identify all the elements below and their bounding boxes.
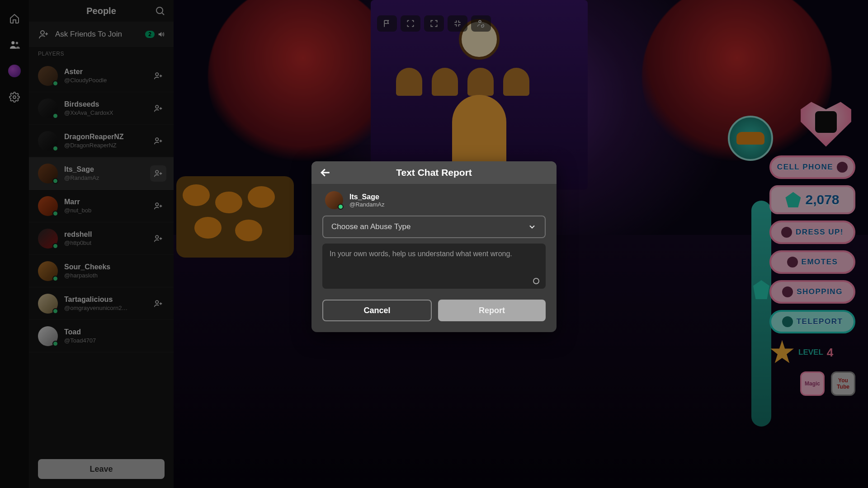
add-friend-icon <box>153 71 163 81</box>
player-row[interactable]: Tartagalicious @omgrayvenunicorn2… <box>29 287 174 320</box>
nav-settings[interactable] <box>7 89 22 105</box>
add-friend-button[interactable] <box>150 100 166 117</box>
hud-backstrip <box>751 201 771 427</box>
add-friend-icon <box>153 234 163 244</box>
add-friend-button[interactable] <box>150 133 166 149</box>
description-placeholder: In your own words, help us understand wh… <box>330 249 538 259</box>
player-list: Aster @CloudyPoodle Birdseeds @XxAva_Car… <box>29 60 174 450</box>
player-row[interactable]: Marr @nut_bob <box>29 190 174 222</box>
nav-game-icon[interactable] <box>7 63 22 79</box>
hud-dress-up[interactable]: DRESS UP! <box>769 221 855 244</box>
status-dot <box>52 178 58 184</box>
magic-label: Magic <box>805 380 820 387</box>
youtube-label-2: Tube <box>837 384 849 390</box>
car-button[interactable] <box>728 116 773 161</box>
mansion-door <box>452 95 506 172</box>
player-name: Birdseeds <box>64 100 144 108</box>
gear-icon <box>9 92 20 103</box>
player-row[interactable]: redshell @http0but <box>29 222 174 255</box>
player-handle: @nut_bob <box>64 207 144 214</box>
svg-point-6 <box>156 105 158 108</box>
util-report[interactable] <box>377 15 397 32</box>
people-panel: People Ask Friends To Join 2 PLAYERS Ast… <box>29 0 174 488</box>
hud-teleport[interactable]: TELEPORT <box>769 310 855 333</box>
player-row[interactable]: Its_Sage @RandamAz <box>29 157 174 190</box>
fullscreen-icon <box>429 19 439 28</box>
hud-emotes[interactable]: EMOTES <box>769 250 855 274</box>
add-friend-button[interactable] <box>150 68 166 84</box>
abuse-type-select[interactable]: Choose an Abuse Type <box>322 216 546 238</box>
heart-slot[interactable] <box>797 99 855 149</box>
hud-currency-counter[interactable]: 2,078 <box>769 185 855 214</box>
ask-friends-label: Ask Friends To Join <box>55 30 122 39</box>
hud-cell-phone[interactable]: CELL PHONE <box>769 155 855 179</box>
nav-rail <box>0 0 29 488</box>
status-dot <box>52 145 58 151</box>
player-handle: @DragonReaperNZ <box>64 142 144 149</box>
player-handle: @XxAva_CardoxX <box>64 109 144 116</box>
player-row[interactable]: Toad @Toad4707 <box>29 320 174 352</box>
avatar <box>38 196 58 216</box>
player-handle: @http0but <box>64 239 144 246</box>
hud-label: SHOPPING <box>797 287 843 296</box>
chevron-down-icon <box>528 222 537 231</box>
player-row[interactable]: Sour_Cheeks @harpasloth <box>29 255 174 287</box>
svg-point-7 <box>156 138 158 141</box>
status-dot <box>52 243 58 249</box>
util-fullscreen[interactable] <box>424 15 444 32</box>
hud-label: DRESS UP! <box>796 228 844 237</box>
add-friend-button[interactable] <box>150 296 166 312</box>
hud-level: LEVEL 4 <box>769 340 855 365</box>
mansion-window <box>503 68 529 96</box>
player-handle: @RandamAz <box>64 174 144 181</box>
player-row[interactable]: DragonReaperNZ @DragonReaperNZ <box>29 125 174 157</box>
game-icon <box>8 65 21 77</box>
tree-left <box>208 0 398 172</box>
people-search[interactable] <box>155 5 165 16</box>
youtube-label-1: You <box>838 377 848 384</box>
player-row[interactable]: Birdseeds @XxAva_CardoxX <box>29 92 174 125</box>
player-name: redshell <box>64 230 144 239</box>
nav-home[interactable] <box>7 11 22 26</box>
player-name: Toad <box>64 328 166 336</box>
add-friend-icon <box>153 169 163 178</box>
player-row[interactable]: Aster @CloudyPoodle <box>29 60 174 92</box>
report-target: Its_Sage @RandamAz <box>322 191 546 209</box>
avatar <box>38 229 58 249</box>
avatar <box>38 326 58 346</box>
report-button[interactable]: Report <box>438 300 546 321</box>
ask-friends-row[interactable]: Ask Friends To Join 2 <box>29 22 174 47</box>
cancel-button[interactable]: Cancel <box>322 300 432 321</box>
player-name: Its_Sage <box>64 165 144 174</box>
dress-icon <box>781 227 792 238</box>
modal-back-button[interactable] <box>319 166 332 179</box>
flag-icon <box>382 19 392 28</box>
hud-magic[interactable]: Magic <box>800 371 825 396</box>
report-description-input[interactable]: In your own words, help us understand wh… <box>322 244 546 289</box>
search-icon <box>155 5 165 16</box>
add-friend-icon <box>153 299 163 309</box>
ask-friends-count: 2 <box>145 31 155 38</box>
hud-shopping[interactable]: SHOPPING <box>769 280 855 304</box>
util-exit-fullscreen[interactable] <box>448 15 467 32</box>
hud-youtube[interactable]: You Tube <box>831 371 855 396</box>
player-name: Sour_Cheeks <box>64 263 166 271</box>
add-friend-button[interactable] <box>150 230 166 247</box>
nav-people[interactable] <box>7 37 22 52</box>
hud-label: EMOTES <box>802 258 838 267</box>
add-friend-button[interactable] <box>150 198 166 214</box>
hud-label: TELEPORT <box>797 317 843 326</box>
avatar <box>38 66 58 86</box>
status-dot <box>52 80 58 86</box>
screenshot-icon <box>406 19 415 28</box>
util-screenshot[interactable] <box>401 15 420 32</box>
util-respawn[interactable] <box>471 15 491 32</box>
player-handle: @harpasloth <box>64 272 166 279</box>
leave-button[interactable]: Leave <box>38 459 165 479</box>
status-dot <box>338 204 344 210</box>
add-friend-button[interactable] <box>150 165 166 182</box>
hud-label: CELL PHONE <box>777 163 833 172</box>
avatar <box>38 294 58 314</box>
target-handle: @RandamAz <box>349 201 385 208</box>
players-section-label: PLAYERS <box>29 47 174 60</box>
